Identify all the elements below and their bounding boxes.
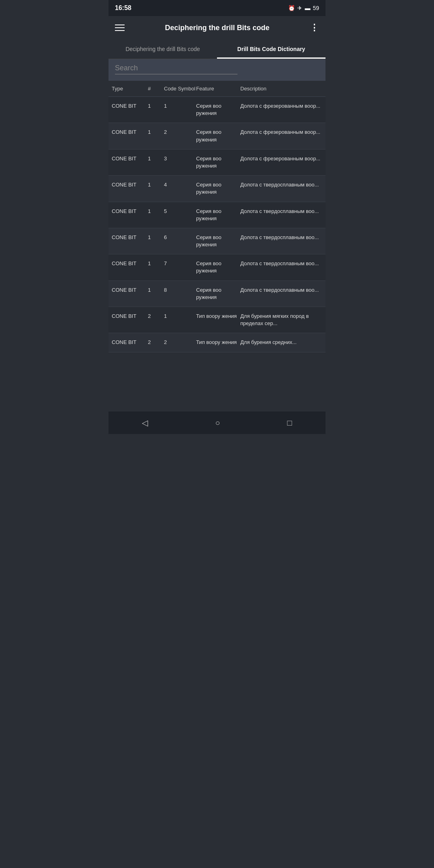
recent-apps-button[interactable]: □ [279,415,300,431]
cell-desc: Долота с фрезерованным воор... [240,129,322,136]
table-row: CONE BIT 1 5 Серия воо ружения Долота с … [108,202,326,228]
cell-desc: Для бурения средних... [240,339,322,346]
alarm-icon: ⏰ [288,5,295,11]
cell-type: CONE BIT [112,155,148,162]
status-time: 16:58 [115,4,131,12]
cell-desc: Долота с фрезерованным воор... [240,155,322,162]
table-row: CONE BIT 1 2 Серия воо ружения Долота с … [108,123,326,149]
cell-num: 1 [148,129,164,136]
battery-icon: ▬ [305,5,310,11]
table-row: CONE BIT 1 6 Серия воо ружения Долота с … [108,228,326,254]
cell-code: 1 [164,313,196,320]
more-options-button[interactable]: ⋮ [310,23,319,33]
cell-num: 1 [148,234,164,241]
table-row: CONE BIT 1 8 Серия воо ружения Долота с … [108,281,326,307]
airplane-icon: ✈ [297,5,302,11]
app-bar: Deciphering the drill Bits code ⋮ [108,16,326,39]
status-icons: ⏰ ✈ ▬ 59 [288,5,319,11]
cell-feature: Серия воо ружения [196,155,240,170]
cell-num: 2 [148,339,164,346]
cell-desc: Долота с твердосплавным воо... [240,181,322,188]
cell-type: CONE BIT [112,129,148,136]
battery-level: 59 [313,5,319,11]
cell-code: 2 [164,339,196,346]
tab-dictionary[interactable]: Drill Bits Code Dictionary [217,39,326,59]
table-row: CONE BIT 1 4 Серия воо ружения Долота с … [108,176,326,202]
tab-decipher[interactable]: Deciphering the drill Bits code [108,39,217,59]
cell-code: 6 [164,234,196,241]
cell-num: 1 [148,208,164,215]
cell-feature: Серия воо ружения [196,181,240,196]
cell-desc: Долота с твердосплавным воо... [240,208,322,215]
cell-num: 1 [148,181,164,188]
cell-code: 5 [164,208,196,215]
bottom-nav: ◁ ○ □ [108,411,326,434]
back-icon: ◁ [142,418,148,428]
menu-line-2 [115,27,125,28]
cell-type: CONE BIT [112,208,148,215]
cell-feature: Тип воору жения [196,313,240,320]
cell-feature: Серия воо ружения [196,208,240,222]
search-input[interactable] [115,64,237,74]
cell-code: 7 [164,260,196,267]
menu-line-3 [115,30,125,31]
table-header: Type # Code Symbol Feature Description [108,81,326,97]
cell-num: 2 [148,313,164,320]
menu-line-1 [115,25,125,25]
cell-feature: Серия воо ружения [196,287,240,301]
cell-feature: Серия воо ружения [196,102,240,117]
cell-type: CONE BIT [112,313,148,320]
cell-desc: Для бурения мягких пород в пределах сер.… [240,313,322,327]
cell-num: 1 [148,102,164,110]
cell-feature: Серия воо ружения [196,260,240,274]
cell-type: CONE BIT [112,102,148,110]
cell-type: CONE BIT [112,260,148,267]
home-icon: ○ [215,418,220,428]
cell-code: 3 [164,155,196,162]
table-row: CONE BIT 1 3 Серия воо ружения Долота с … [108,149,326,176]
cell-type: CONE BIT [112,181,148,188]
app-bar-title: Deciphering the drill Bits code [131,24,303,32]
cell-feature: Серия воо ружения [196,234,240,248]
status-bar: 16:58 ⏰ ✈ ▬ 59 [108,0,326,16]
header-code: Code Symbol [164,86,196,92]
cell-num: 1 [148,260,164,267]
cell-code: 8 [164,287,196,294]
cell-code: 4 [164,181,196,188]
table-container: Type # Code Symbol Feature Description C… [108,81,326,411]
cell-type: CONE BIT [112,287,148,294]
cell-desc: Долота с твердосплавным воо... [240,260,322,267]
recent-icon: □ [287,418,292,428]
header-desc: Description [240,86,322,92]
table-row: CONE BIT 2 1 Тип воору жения Для бурения… [108,307,326,333]
cell-desc: Долота с фрезерованным воор... [240,102,322,110]
cell-num: 1 [148,155,164,162]
cell-feature: Серия воо ружения [196,129,240,143]
cell-code: 2 [164,129,196,136]
home-button[interactable]: ○ [207,415,228,431]
search-container [108,59,326,81]
cell-type: CONE BIT [112,339,148,346]
cell-desc: Долота с твердосплавным воо... [240,287,322,294]
cell-desc: Долота с твердосплавным воо... [240,234,322,241]
cell-type: CONE BIT [112,234,148,241]
cell-num: 1 [148,287,164,294]
menu-button[interactable] [115,25,125,31]
header-type: Type [112,86,148,92]
cell-feature: Тип воору жения [196,339,240,346]
header-num: # [148,86,164,92]
header-feature: Feature [196,86,240,92]
table-row: CONE BIT 2 2 Тип воору жения Для бурения… [108,333,326,352]
tabs-container: Deciphering the drill Bits code Drill Bi… [108,39,326,59]
cell-code: 1 [164,102,196,110]
table-row: CONE BIT 1 7 Серия воо ружения Долота с … [108,254,326,280]
table-row: CONE BIT 1 1 Серия воо ружения Долота с … [108,97,326,123]
back-button[interactable]: ◁ [134,415,156,431]
